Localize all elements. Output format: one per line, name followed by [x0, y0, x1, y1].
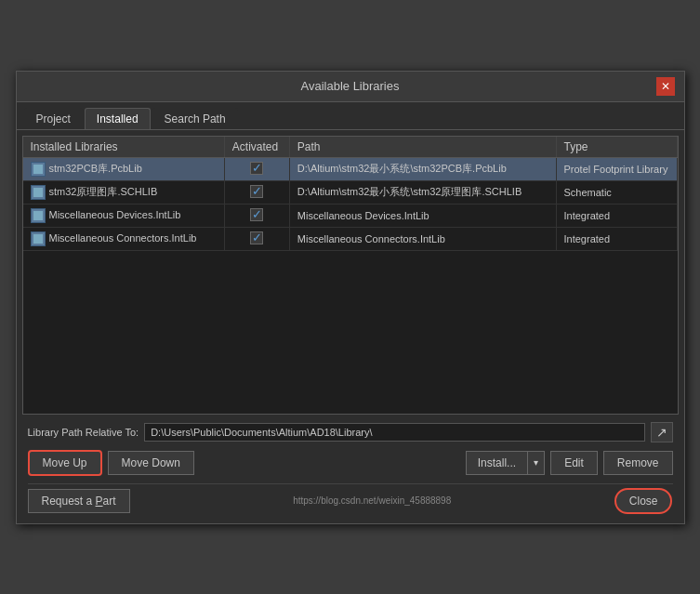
cell-activated — [224, 204, 289, 227]
cell-type: Integrated — [556, 227, 677, 250]
cell-type: Schematic — [556, 180, 677, 204]
title-close-button[interactable]: ✕ — [656, 77, 675, 96]
buttons-row: Move Up Move Down Install... ▾ Edit Remo… — [28, 450, 673, 476]
tab-installed[interactable]: Installed — [85, 108, 151, 129]
remove-button[interactable]: Remove — [603, 451, 673, 475]
col-header-activated: Activated — [224, 137, 289, 158]
footer-row: Request a Part https://blog.csdn.net/wei… — [28, 483, 673, 514]
edit-button[interactable]: Edit — [550, 451, 598, 475]
tab-bar: Project Installed Search Path — [17, 102, 684, 130]
bottom-section: Library Path Relative To: ↗ Move Up Move… — [22, 415, 679, 518]
request-part-button[interactable]: Request a Part — [28, 489, 130, 513]
cell-activated — [224, 180, 289, 204]
cell-path: D:\Altium\stm32最小系统\stm32PCB库.PcbLib — [289, 157, 556, 180]
col-header-path: Path — [289, 137, 556, 158]
available-libraries-dialog: Available Libraries ✕ Project Installed … — [16, 71, 685, 524]
table-row[interactable]: Miscellaneous Connectors.IntLib Miscella… — [23, 227, 678, 250]
content-area: Installed Libraries Activated Path Type … — [17, 130, 684, 523]
activated-checkbox[interactable] — [250, 208, 263, 221]
table-row[interactable]: stm32PCB库.PcbLib D:\Altium\stm32最小系统\stm… — [23, 157, 678, 180]
path-row: Library Path Relative To: ↗ — [28, 422, 673, 442]
library-icon — [31, 185, 46, 200]
library-icon — [31, 208, 46, 223]
library-icon — [31, 231, 46, 246]
browse-icon: ↗ — [656, 425, 667, 440]
tab-project[interactable]: Project — [24, 108, 83, 129]
cell-activated — [224, 227, 289, 250]
footer-url: https://blog.csdn.net/weixin_45888898 — [293, 495, 451, 506]
cell-lib-name: Miscellaneous Devices.IntLib — [23, 204, 225, 227]
path-label: Library Path Relative To: — [28, 427, 139, 438]
table-row[interactable]: stm32原理图库.SCHLIB D:\Altium\stm32最小系统\stm… — [23, 180, 678, 204]
libraries-table-container: Installed Libraries Activated Path Type … — [22, 136, 679, 415]
activated-checkbox[interactable] — [250, 231, 263, 244]
table-row[interactable]: Miscellaneous Devices.IntLib Miscellaneo… — [23, 204, 678, 227]
path-browse-button[interactable]: ↗ — [651, 422, 673, 442]
cell-lib-name: Miscellaneous Connectors.IntLib — [23, 227, 225, 250]
col-header-name: Installed Libraries — [23, 137, 225, 158]
cell-path: Miscellaneous Connectors.IntLib — [289, 227, 556, 250]
cell-activated — [224, 157, 289, 180]
move-down-button[interactable]: Move Down — [108, 451, 194, 475]
move-up-button[interactable]: Move Up — [28, 450, 102, 476]
activated-checkbox[interactable] — [250, 185, 263, 198]
install-group: Install... ▾ — [466, 451, 545, 475]
title-bar: Available Libraries ✕ — [17, 72, 684, 102]
path-input[interactable] — [144, 423, 644, 442]
request-part-label: Request a Part — [42, 495, 116, 508]
cell-path: D:\Altium\stm32最小系统\stm32原理图库.SCHLIB — [289, 180, 556, 204]
cell-lib-name: stm32原理图库.SCHLIB — [23, 180, 225, 204]
activated-checkbox[interactable] — [250, 162, 263, 175]
install-button[interactable]: Install... — [466, 451, 527, 475]
install-dropdown-button[interactable]: ▾ — [527, 451, 545, 475]
dialog-title: Available Libraries — [45, 79, 656, 93]
cell-lib-name: stm32PCB库.PcbLib — [23, 157, 225, 180]
cell-path: Miscellaneous Devices.IntLib — [289, 204, 556, 227]
col-header-type: Type — [556, 137, 677, 158]
cell-type: Protel Footprint Library — [556, 157, 677, 180]
tab-search-path[interactable]: Search Path — [152, 108, 238, 129]
library-icon — [31, 162, 46, 177]
close-button[interactable]: Close — [614, 488, 673, 514]
cell-type: Integrated — [556, 204, 677, 227]
libraries-table: Installed Libraries Activated Path Type … — [23, 137, 678, 251]
